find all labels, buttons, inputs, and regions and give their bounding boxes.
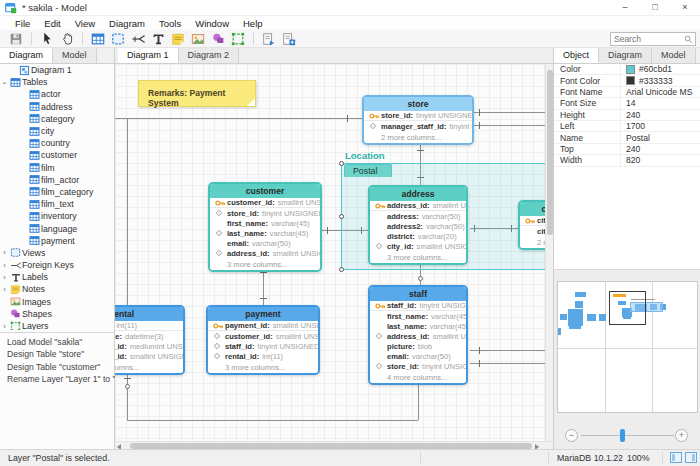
layer-caption-label[interactable]: Location — [345, 150, 385, 161]
canvas-horizontal-scrollbar[interactable] — [115, 441, 553, 449]
er-table-staff[interactable]: staffstaff_id:tinyint UNSIGNEDfirst_name… — [368, 285, 468, 385]
zoom-in-button[interactable]: + — [675, 429, 688, 442]
chevron-collapsed-icon[interactable]: › — [0, 262, 9, 269]
tree-item-film_text[interactable]: film_text — [0, 198, 114, 210]
zoom-slider-handle[interactable] — [620, 429, 625, 442]
tree-item-shapes[interactable]: Shapes — [0, 308, 114, 320]
relation-line[interactable] — [127, 420, 418, 421]
selection-handle[interactable] — [339, 267, 344, 272]
relation-line[interactable] — [474, 125, 545, 126]
relation-line[interactable] — [470, 363, 545, 364]
relation-line[interactable] — [127, 118, 128, 305]
minimize-button[interactable]: – — [610, 0, 640, 16]
relation-line[interactable] — [474, 112, 545, 113]
new-table-button[interactable] — [88, 31, 108, 47]
diagram-tab-diagram-1[interactable]: Diagram 1 — [118, 48, 179, 63]
menu-help[interactable]: Help — [236, 18, 270, 29]
tree-item-payment[interactable]: payment — [0, 235, 114, 247]
er-table-store[interactable]: storestore_id:tinyint UNSIGNEDmanager_st… — [362, 95, 474, 145]
tree-item-inventory[interactable]: inventory — [0, 210, 114, 222]
tree-item-images[interactable]: Images — [0, 296, 114, 308]
property-row-font-name[interactable]: Font NameArial Unicode MS — [554, 87, 700, 98]
sidebar-tab-model[interactable]: Model — [53, 48, 97, 63]
tree-item-diagram-1[interactable]: Diagram 1 — [0, 64, 114, 76]
new-view-button[interactable] — [108, 31, 128, 47]
property-row-name[interactable]: NamePostal — [554, 132, 700, 143]
properties-tab-diagram[interactable]: Diagram — [599, 48, 652, 63]
table-title[interactable]: store — [364, 97, 472, 111]
new-layer-button[interactable] — [228, 31, 248, 47]
new-shape-button[interactable] — [208, 31, 228, 47]
zoom-out-button[interactable]: − — [565, 429, 578, 442]
tree-item-film[interactable]: film — [0, 162, 114, 174]
chevron-collapsed-icon[interactable]: › — [0, 323, 9, 330]
save-button[interactable] — [6, 31, 26, 47]
note-remarks[interactable]: Remarks: Payment System — [138, 80, 256, 107]
hand-button[interactable] — [57, 31, 77, 47]
tree-item-actor[interactable]: actor — [0, 88, 114, 100]
selection-handle[interactable] — [339, 161, 344, 166]
property-row-width[interactable]: Width820 — [554, 155, 700, 166]
menu-edit[interactable]: Edit — [37, 18, 67, 29]
table-title[interactable]: customer — [210, 184, 320, 198]
property-row-font-color[interactable]: Font Color#333333 — [554, 75, 700, 86]
toggle-right-pane-icon[interactable] — [685, 452, 697, 463]
tree-item-layers[interactable]: ›Layers — [0, 320, 114, 330]
tree-item-language[interactable]: language — [0, 222, 114, 234]
toggle-left-pane-icon[interactable] — [670, 452, 682, 463]
minimap-viewport[interactable] — [609, 291, 646, 325]
table-title[interactable]: rental — [115, 307, 183, 321]
menu-window[interactable]: Window — [188, 18, 236, 29]
zoom-slider-track[interactable] — [581, 435, 674, 436]
menu-tools[interactable]: Tools — [152, 18, 188, 29]
tree-item-city[interactable]: city — [0, 125, 114, 137]
relation-line[interactable] — [127, 375, 128, 420]
search-input[interactable] — [614, 34, 684, 44]
properties-tab-object[interactable]: Object — [554, 48, 599, 63]
er-table-customer[interactable]: customercustomer_id:smallint UNSIGNEDsto… — [208, 182, 322, 272]
er-table-city[interactable]: citycity_id:smallint UNSIGNEDcity:varcha… — [518, 200, 545, 250]
tree-item-labels[interactable]: ›Labels — [0, 271, 114, 283]
table-title[interactable]: staff — [370, 287, 466, 301]
table-title[interactable]: city — [520, 202, 545, 216]
chevron-collapsed-icon[interactable]: › — [0, 249, 9, 256]
diagram-tab-diagram-2[interactable]: Diagram 2 — [179, 48, 240, 63]
chevron-expanded-icon[interactable]: ⌄ — [0, 78, 9, 86]
search-box[interactable] — [610, 32, 696, 46]
chevron-collapsed-icon[interactable]: › — [0, 286, 9, 293]
menu-diagram[interactable]: Diagram — [102, 18, 152, 29]
layer-name-tab[interactable]: Postal — [344, 164, 392, 177]
er-table-address[interactable]: addressaddress_id:smallint UNSIGNEDaddre… — [368, 185, 468, 265]
selection-handle[interactable] — [339, 214, 344, 219]
chevron-collapsed-icon[interactable]: › — [0, 274, 9, 281]
tree-item-category[interactable]: category — [0, 113, 114, 125]
properties-tab-model[interactable]: Model — [652, 48, 696, 63]
tree-item-views[interactable]: ›Views — [0, 247, 114, 259]
table-title[interactable]: payment — [208, 307, 318, 321]
new-image-button[interactable] — [188, 31, 208, 47]
new-note-button[interactable] — [168, 31, 188, 47]
tree-item-film_actor[interactable]: film_actor — [0, 174, 114, 186]
print-button[interactable] — [279, 31, 299, 47]
er-table-rental[interactable]: rentalrental_id:int(11)rental_date:datet… — [115, 305, 185, 375]
overview-minimap[interactable] — [557, 281, 698, 413]
diagram-canvas[interactable]: PostalLocationRemarks: Payment Systemsto… — [115, 64, 545, 441]
property-row-font-size[interactable]: Font Size14 — [554, 98, 700, 109]
property-row-top[interactable]: Top240 — [554, 144, 700, 155]
property-row-height[interactable]: Height240 — [554, 110, 700, 121]
property-row-color[interactable]: Color#60cbd1 — [554, 64, 700, 75]
relation-line[interactable] — [115, 118, 362, 119]
menu-view[interactable]: View — [68, 18, 102, 29]
new-foreign-key-button[interactable] — [128, 31, 148, 47]
canvas-vertical-scrollbar[interactable] — [545, 64, 553, 441]
tree-item-country[interactable]: country — [0, 137, 114, 149]
relation-line[interactable] — [263, 268, 264, 305]
tree-item-tables[interactable]: ⌄Tables — [0, 76, 114, 88]
new-label-button[interactable] — [148, 31, 168, 47]
tree-item-film_category[interactable]: film_category — [0, 186, 114, 198]
relation-line[interactable] — [418, 385, 419, 420]
pointer-button[interactable] — [37, 31, 57, 47]
relation-line[interactable] — [470, 350, 545, 351]
sidebar-tab-diagram[interactable]: Diagram — [0, 48, 53, 63]
tree-item-address[interactable]: address — [0, 101, 114, 113]
